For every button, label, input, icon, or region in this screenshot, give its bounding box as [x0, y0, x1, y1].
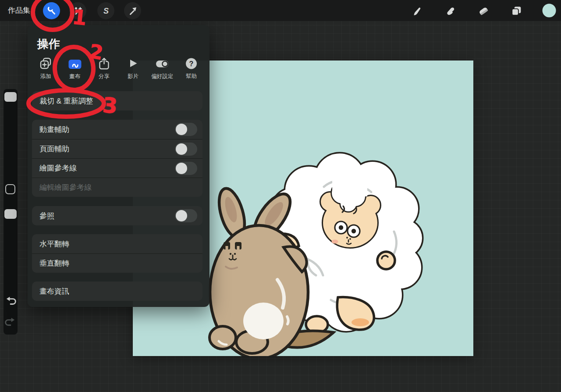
toggle-knob: [176, 124, 187, 135]
menu-item-page-assist[interactable]: 頁面輔助: [32, 139, 202, 158]
transform-arrow-icon: [128, 6, 138, 16]
eraser-icon: [478, 5, 489, 17]
top-toolbar: 作品集 S: [0, 0, 561, 21]
modify-button[interactable]: [5, 184, 15, 194]
actions-panel: 操作 添加 畫布: [28, 25, 209, 307]
gallery-button[interactable]: 作品集: [8, 0, 30, 21]
menu-item-label: 裁切 & 重新調整: [39, 96, 93, 106]
brush-icon: [412, 5, 423, 17]
menu-item-label: 頁面輔助: [39, 144, 69, 154]
menu-item-label: 參照: [39, 211, 54, 221]
toggle-knob: [176, 163, 187, 174]
video-icon: [126, 57, 140, 71]
magic-wand-icon: [73, 6, 83, 16]
toggle-knob: [176, 143, 187, 155]
menu-item-flip-vertical[interactable]: 垂直翻轉: [32, 253, 202, 273]
menu-item-animation-assist[interactable]: 動畫輔助: [32, 120, 202, 139]
tab-prefs[interactable]: 偏好設定: [148, 56, 177, 83]
menu-item-label: 水平翻轉: [39, 239, 69, 249]
tab-help[interactable]: ? 幫助: [177, 56, 206, 83]
transform-button[interactable]: [124, 2, 141, 19]
redo-icon: [5, 317, 16, 328]
actions-button[interactable]: [43, 2, 60, 19]
svg-text:?: ?: [189, 60, 194, 68]
help-icon: ?: [185, 57, 198, 71]
menu-item-canvas-info[interactable]: 畫布資訊: [32, 282, 202, 301]
tab-canvas-label: 畫布: [69, 73, 80, 80]
wrench-icon: [47, 6, 57, 16]
drawing-guide-toggle[interactable]: [175, 162, 197, 175]
menu-item-drawing-guide[interactable]: 繪圖參考線: [32, 158, 202, 178]
redo-button[interactable]: [5, 317, 16, 328]
opacity-slider[interactable]: [4, 209, 17, 219]
menu-item-edit-drawing-guide: 編輯繪圖參考線: [32, 178, 202, 197]
tab-video-label: 影片: [128, 73, 138, 80]
actions-tabs: 添加 畫布 分享: [31, 56, 206, 83]
color-swatch-button[interactable]: [542, 4, 556, 18]
panel-title: 操作: [37, 36, 60, 52]
layers-icon: [511, 5, 522, 17]
undo-button[interactable]: [5, 296, 16, 307]
adjustments-button[interactable]: [69, 2, 86, 19]
menu-item-flip-horizontal[interactable]: 水平翻轉: [32, 234, 202, 253]
flip-group: 水平翻轉 垂直翻轉: [32, 234, 202, 273]
actions-menu-list: 裁切 & 重新調整 動畫輔助 頁面輔助 繪圖參考線 編輯繪圖參考線: [32, 91, 202, 301]
active-color-icon: [542, 4, 556, 18]
smudge-finger-icon: [445, 5, 456, 17]
procreate-app: 操作 添加 畫布: [0, 0, 561, 392]
menu-item-label: 畫布資訊: [39, 286, 69, 296]
canvas-icon: [68, 57, 82, 71]
tab-video[interactable]: 影片: [119, 56, 148, 83]
animation-assist-toggle[interactable]: [175, 123, 197, 136]
selection-button[interactable]: S: [97, 2, 114, 19]
tab-add-label: 添加: [40, 73, 51, 80]
svg-text:S: S: [103, 7, 108, 15]
menu-item-label: 垂直翻轉: [39, 258, 69, 268]
tab-prefs-label: 偏好設定: [151, 73, 173, 80]
tab-help-label: 幫助: [186, 73, 197, 80]
tab-canvas[interactable]: 畫布: [60, 56, 90, 83]
selection-s-icon: S: [101, 6, 111, 16]
menu-item-reference[interactable]: 參照: [32, 206, 202, 225]
menu-item-label: 編輯繪圖參考線: [39, 182, 92, 192]
toggle-knob: [176, 210, 187, 221]
sidebar: [4, 89, 18, 335]
assist-group: 動畫輔助 頁面輔助 繪圖參考線 編輯繪圖參考線: [32, 120, 202, 197]
menu-item-label: 繪圖參考線: [39, 163, 77, 173]
layers-button[interactable]: [508, 2, 525, 19]
menu-item-label: 動畫輔助: [39, 125, 69, 135]
smudge-tool-button[interactable]: [442, 2, 459, 19]
brush-size-slider[interactable]: [4, 92, 17, 102]
menu-item-crop-resize[interactable]: 裁切 & 重新調整: [32, 91, 202, 110]
tab-add[interactable]: 添加: [31, 56, 60, 83]
reference-toggle[interactable]: [175, 209, 197, 222]
prefs-toggle-icon: [155, 57, 169, 71]
insert-icon: [39, 57, 53, 71]
tab-share-label: 分享: [99, 73, 110, 80]
brush-tool-button[interactable]: [409, 2, 426, 19]
tab-share[interactable]: 分享: [89, 56, 119, 83]
page-assist-toggle[interactable]: [175, 143, 197, 156]
undo-icon: [5, 296, 16, 307]
share-icon: [97, 57, 111, 71]
eraser-tool-button[interactable]: [475, 2, 492, 19]
